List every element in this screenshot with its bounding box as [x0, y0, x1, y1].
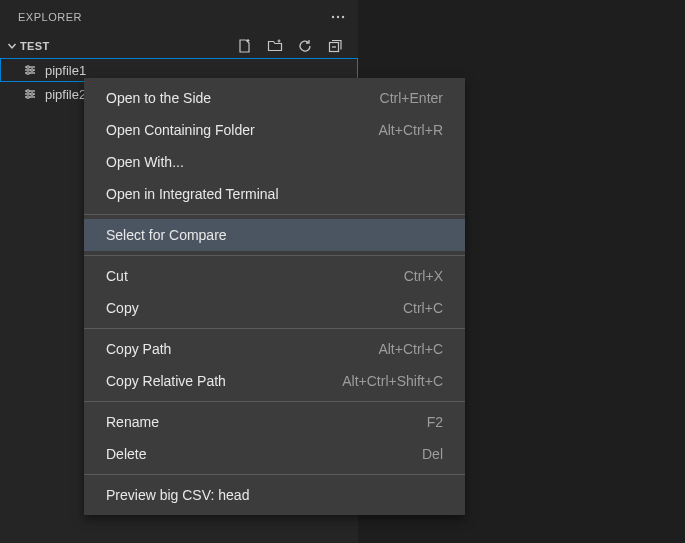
- context-menu-item[interactable]: Open in Integrated Terminal: [84, 178, 465, 210]
- menu-item-label: Open With...: [106, 154, 184, 170]
- explorer-toolbar: [236, 37, 350, 55]
- explorer-panel-header: EXPLORER: [0, 0, 358, 34]
- explorer-title: EXPLORER: [18, 11, 82, 23]
- menu-item-label: Copy Path: [106, 341, 171, 357]
- menu-item-shortcut: Alt+Ctrl+C: [378, 341, 443, 357]
- menu-item-label: Select for Compare: [106, 227, 227, 243]
- menu-separator: [84, 474, 465, 475]
- menu-item-shortcut: Ctrl+Enter: [380, 90, 443, 106]
- context-menu-item[interactable]: Copy Relative PathAlt+Ctrl+Shift+C: [84, 365, 465, 397]
- menu-item-label: Delete: [106, 446, 146, 462]
- context-menu-item[interactable]: Select for Compare: [84, 219, 465, 251]
- section-label: TEST: [20, 40, 50, 52]
- chevron-down-icon: [4, 38, 20, 54]
- context-menu-item[interactable]: Open Containing FolderAlt+Ctrl+R: [84, 114, 465, 146]
- menu-item-label: Copy: [106, 300, 139, 316]
- menu-item-label: Preview big CSV: head: [106, 487, 249, 503]
- menu-item-shortcut: Ctrl+X: [404, 268, 443, 284]
- menu-item-label: Rename: [106, 414, 159, 430]
- menu-item-label: Cut: [106, 268, 128, 284]
- new-folder-button[interactable]: [266, 37, 284, 55]
- menu-item-shortcut: Ctrl+C: [403, 300, 443, 316]
- more-actions-icon[interactable]: [326, 7, 350, 27]
- context-menu-item[interactable]: Open to the SideCtrl+Enter: [84, 82, 465, 114]
- context-menu-item[interactable]: Copy PathAlt+Ctrl+C: [84, 333, 465, 365]
- menu-item-label: Copy Relative Path: [106, 373, 226, 389]
- context-menu-item[interactable]: Open With...: [84, 146, 465, 178]
- menu-separator: [84, 255, 465, 256]
- file-name: pipfile2: [45, 87, 86, 102]
- menu-item-label: Open Containing Folder: [106, 122, 255, 138]
- menu-item-shortcut: F2: [427, 414, 443, 430]
- refresh-button[interactable]: [296, 37, 314, 55]
- context-menu-item[interactable]: Preview big CSV: head: [84, 479, 465, 511]
- svg-point-14: [31, 93, 34, 96]
- context-menu-item[interactable]: CopyCtrl+C: [84, 292, 465, 324]
- new-file-button[interactable]: [236, 37, 254, 55]
- context-menu: Open to the SideCtrl+EnterOpen Containin…: [84, 78, 465, 515]
- menu-separator: [84, 401, 465, 402]
- svg-point-0: [332, 16, 334, 18]
- menu-separator: [84, 214, 465, 215]
- svg-point-1: [337, 16, 339, 18]
- svg-point-2: [342, 16, 344, 18]
- context-menu-item[interactable]: CutCtrl+X: [84, 260, 465, 292]
- svg-point-9: [27, 72, 30, 75]
- menu-item-shortcut: Alt+Ctrl+R: [378, 122, 443, 138]
- settings-gear-icon: [22, 62, 38, 78]
- collapse-all-button[interactable]: [326, 37, 344, 55]
- menu-item-label: Open in Integrated Terminal: [106, 186, 279, 202]
- menu-separator: [84, 328, 465, 329]
- menu-item-label: Open to the Side: [106, 90, 211, 106]
- menu-item-shortcut: Alt+Ctrl+Shift+C: [342, 373, 443, 389]
- svg-point-7: [27, 66, 30, 69]
- context-menu-item[interactable]: DeleteDel: [84, 438, 465, 470]
- svg-point-15: [27, 96, 30, 99]
- svg-point-8: [31, 69, 34, 72]
- file-name: pipfile1: [45, 63, 86, 78]
- context-menu-item[interactable]: RenameF2: [84, 406, 465, 438]
- explorer-section-header[interactable]: TEST: [0, 34, 358, 58]
- settings-gear-icon: [22, 86, 38, 102]
- menu-item-shortcut: Del: [422, 446, 443, 462]
- svg-point-13: [27, 90, 30, 93]
